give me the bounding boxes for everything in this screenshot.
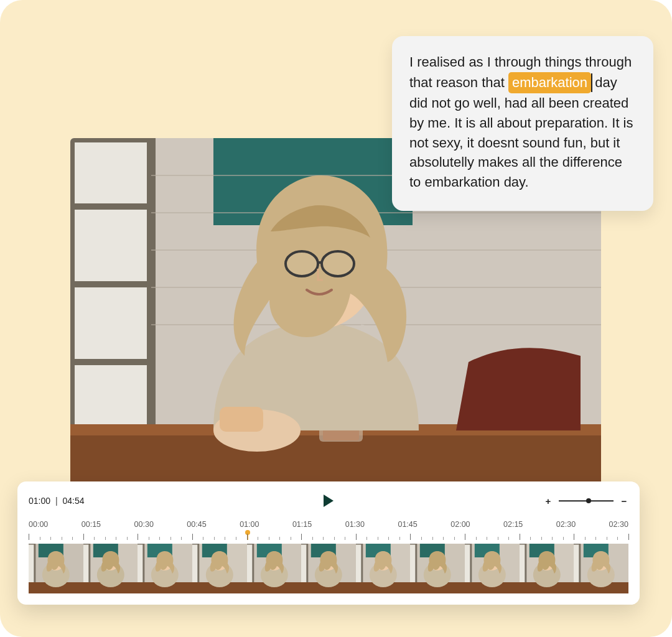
thumbnail[interactable] <box>410 544 465 593</box>
ruler-label: 02:30 <box>609 520 628 529</box>
canvas: I realised as I through things through t… <box>0 0 672 637</box>
ruler-label: 00:00 <box>29 520 48 529</box>
thumbnail[interactable] <box>520 544 574 593</box>
svg-point-23 <box>322 251 354 276</box>
ruler-label: 01:15 <box>292 520 312 529</box>
time-separator: | <box>55 496 58 506</box>
svg-point-22 <box>286 251 318 276</box>
timeline-panel: 01:00 | 04:54 + − 00:0000:1500:3000:4501… <box>17 481 640 605</box>
thumbnail[interactable] <box>29 544 83 593</box>
svg-marker-25 <box>324 495 334 507</box>
time-display: 01:00 | 04:54 <box>29 496 85 506</box>
transcript-highlight[interactable]: embarkation <box>508 72 591 93</box>
ruler-labels: 00:0000:1500:3000:4501:0001:1501:3001:45… <box>29 520 628 529</box>
ruler-label: 02:30 <box>556 520 576 529</box>
svg-rect-19 <box>220 407 263 432</box>
thumbnail[interactable] <box>247 544 302 593</box>
time-current: 01:00 <box>29 496 50 506</box>
ruler-label: 00:45 <box>187 520 206 529</box>
thumbnail[interactable] <box>574 544 628 593</box>
ruler-label: 00:30 <box>134 520 154 529</box>
time-duration: 04:54 <box>62 496 84 506</box>
player-controls: 01:00 | 04:54 + − <box>29 490 628 511</box>
ruler-label: 01:00 <box>240 520 259 529</box>
zoom-in-button[interactable]: + <box>544 496 553 506</box>
thumbnail[interactable] <box>301 544 356 593</box>
ruler-label: 01:45 <box>398 520 417 529</box>
play-icon <box>322 494 335 508</box>
ruler-ticks <box>29 531 628 540</box>
thumbnail[interactable] <box>356 544 411 593</box>
thumbnail[interactable] <box>138 544 192 593</box>
thumbnail[interactable] <box>465 544 520 593</box>
thumbnail[interactable] <box>83 544 138 593</box>
transcript-bubble[interactable]: I realised as I through things through t… <box>392 36 653 211</box>
ruler-label: 02:15 <box>503 520 523 529</box>
thumbnail[interactable] <box>192 544 247 593</box>
thumbnail-strip[interactable] <box>29 544 628 593</box>
zoom-controls: + − <box>544 496 628 506</box>
zoom-out-button[interactable]: − <box>620 496 628 506</box>
timeline-ruler[interactable]: 00:0000:1500:3000:4501:0001:1501:3001:45… <box>29 520 628 541</box>
zoom-slider[interactable] <box>559 496 614 505</box>
zoom-knob[interactable] <box>586 498 591 503</box>
ruler-label: 02:00 <box>450 520 470 529</box>
ruler-label: 01:30 <box>345 520 365 529</box>
ruler-label: 00:15 <box>82 520 101 529</box>
play-button[interactable] <box>320 491 337 510</box>
